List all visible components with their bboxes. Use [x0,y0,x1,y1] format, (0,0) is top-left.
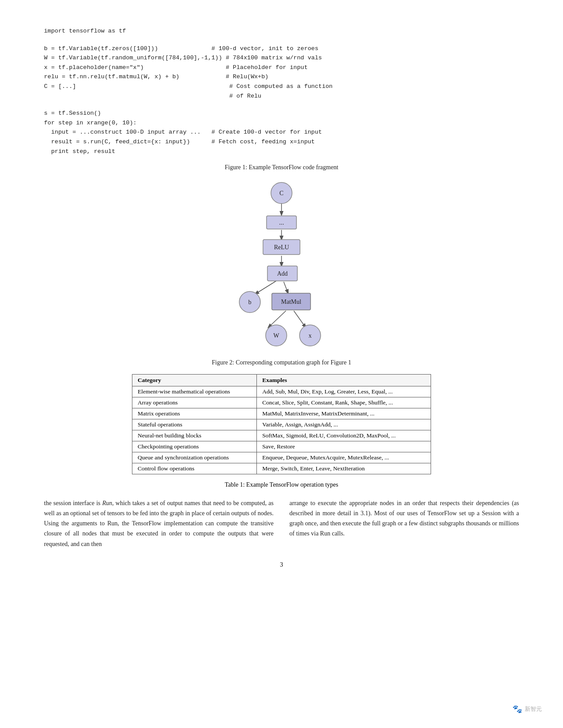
watermark: 🐾 新智元 [512,704,542,714]
table-section: Category Examples Element-wise mathemati… [44,374,519,477]
cell-examples: Merge, Switch, Enter, Leave, NextIterati… [257,463,431,474]
figure1-caption: Figure 1: Example TensorFlow code fragme… [44,164,519,171]
table-row: Control flow operationsMerge, Switch, En… [132,463,431,474]
svg-line-3 [255,281,276,294]
cell-examples: MatMul, MatrixInverse, MatrixDeterminant… [257,408,431,419]
table-row: Matrix operationsMatMul, MatrixInverse, … [132,408,431,419]
svg-line-6 [294,311,306,328]
cell-examples: Variable, Assign, AssignAdd, ... [257,419,431,430]
cell-category: Checkpointing operations [132,441,257,452]
label-ellipsis: ... [279,219,284,226]
table-row: Stateful operationsVariable, Assign, Ass… [132,419,431,430]
cell-category: Control flow operations [132,463,257,474]
col-examples: Examples [257,375,431,386]
watermark-text: 新智元 [525,705,542,713]
figure2-caption: Figure 2: Corresponding computation grap… [44,359,519,366]
svg-line-4 [284,282,288,293]
label-x: x [309,332,312,339]
cell-category: Element-wise mathematical operations [132,386,257,397]
computation-graph: C ... ReLU Add b MatMul W x [211,179,352,355]
cell-examples: Concat, Slice, Split, Constant, Rank, Sh… [257,397,431,408]
label-relu: ReLU [274,244,289,251]
cell-category: Queue and synchronization operations [132,452,257,463]
table-header-row: Category Examples [132,375,431,386]
page-number: 3 [44,561,519,568]
code-block-vars: b = tf.Variable(tf.zeros([100])) # 100-d… [44,44,519,101]
cell-category: Array operations [132,397,257,408]
cell-category: Stateful operations [132,419,257,430]
watermark-icon: 🐾 [512,704,522,714]
label-C: C [279,190,283,197]
cell-category: Neural-net building blocks [132,430,257,441]
cell-examples: Enqueue, Dequeue, MutexAcquire, MutexRel… [257,452,431,463]
table-row: Neural-net building blocksSoftMax, Sigmo… [132,430,431,441]
table-row: Array operationsConcat, Slice, Split, Co… [132,397,431,408]
cell-category: Matrix operations [132,408,257,419]
body-text-right: arrange to execute the appropriate nodes… [289,498,519,549]
table-row: Checkpointing operationsSave, Restore [132,441,431,452]
table-row: Queue and synchronization operationsEnqu… [132,452,431,463]
operations-table: Category Examples Element-wise mathemati… [132,374,431,474]
page: import tensorflow as tf b = tf.Variable(… [0,0,563,728]
col-category: Category [132,375,257,386]
cell-examples: Add, Sub, Mul, Div, Exp, Log, Greater, L… [257,386,431,397]
label-W: W [273,332,279,339]
code-block-session: s = tf.Session() for step in xrange(0, 1… [44,109,519,156]
body-text-left: the session interface is Run, which take… [44,498,274,549]
code-block-import: import tensorflow as tf [44,26,519,36]
cell-examples: Save, Restore [257,441,431,452]
body-text: the session interface is Run, which take… [44,498,519,549]
table-row: Element-wise mathematical operationsAdd,… [132,386,431,397]
table-caption: Table 1: Example TensorFlow operation ty… [44,481,519,488]
graph-container: C ... ReLU Add b MatMul W x [44,179,519,355]
label-b: b [249,299,252,306]
label-matmul: MatMul [281,298,301,305]
cell-examples: SoftMax, Sigmoid, ReLU, Convolution2D, M… [257,430,431,441]
label-add: Add [277,270,288,277]
